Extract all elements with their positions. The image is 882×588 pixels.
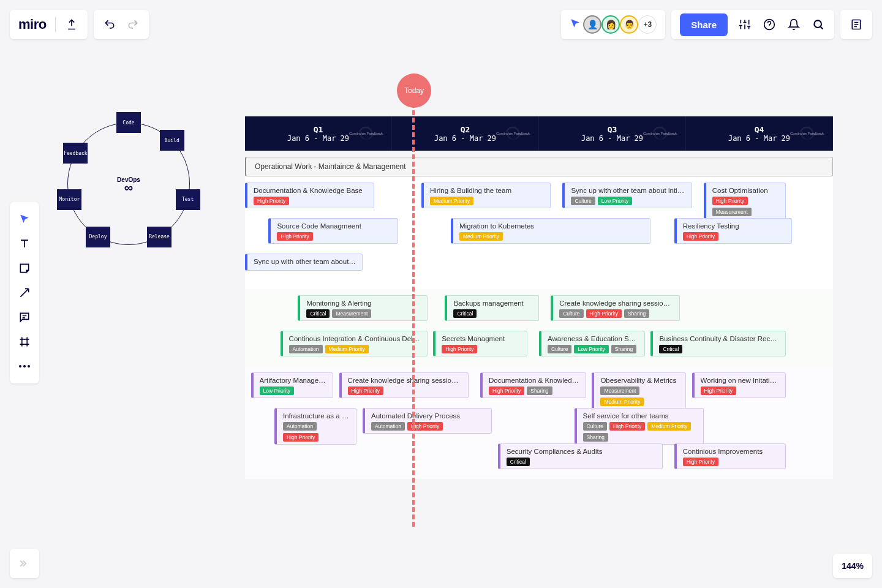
more-tools-icon[interactable] [10,355,39,377]
zoom-level[interactable]: 144% [833,554,872,578]
lane: Artifactory ManagementLow PriorityCreate… [245,366,833,479]
share-button[interactable]: Share [680,13,728,36]
overflow-avatars[interactable]: +3 [638,15,657,34]
quarter-header[interactable]: Q4Jan 6 - Mar 29Continous Feedback [686,116,833,151]
settings-icon[interactable] [737,17,752,32]
comment-tool[interactable] [10,306,39,328]
roadmap-card[interactable]: Cost OptimisationHigh PriorityMeasuremen… [704,183,786,219]
devops-diagram[interactable]: DevOps∞ CodeBuildTestReleaseDeployMonito… [52,107,205,260]
redo-icon[interactable] [126,17,140,32]
svg-point-4 [23,365,26,368]
roadmap-card[interactable]: Backups managementCritical [445,295,539,321]
svg-point-5 [28,365,30,368]
text-tool[interactable] [10,233,39,255]
svg-point-3 [19,365,21,368]
roadmap-card[interactable]: Working on new Initatives & IdeasHigh Pr… [692,372,786,398]
devops-node[interactable]: Code [116,112,141,133]
devops-node[interactable]: Feedback [63,143,88,164]
roadmap-card[interactable]: Documentation & Knowledge BaseHigh Prior… [245,183,374,208]
expand-panel-icon[interactable] [10,549,39,578]
lane: Documentation & Knowledge BaseHigh Prior… [245,176,833,289]
roadmap-card[interactable]: Obeservability & MetricsMeasurementMediu… [592,372,686,409]
sticky-tool[interactable] [10,257,39,279]
devops-center: DevOps∞ [117,176,140,192]
roadmap-card[interactable]: Source Code ManagmeentHigh Priority [268,218,398,244]
quarter-header[interactable]: Q3Jan 6 - Mar 29Continous Feedback [539,116,686,151]
roadmap-board[interactable]: Q1Jan 6 - Mar 29Continous FeedbackQ2Jan … [245,116,833,479]
devops-node[interactable]: Release [147,227,172,247]
bell-icon[interactable] [786,17,801,32]
roadmap-card[interactable]: Secrets ManagmentHigh Priority [433,331,527,356]
roadmap-card[interactable]: Resiliency TestingHigh Priority [674,218,792,244]
roadmap-card[interactable]: Hiring & Building the teamMedium Priorit… [421,183,551,208]
roadmap-card[interactable]: Continious ImprovementsHigh Priority [674,443,786,469]
avatar[interactable]: 👩 [601,15,620,34]
roadmap-card[interactable]: Create knowledge sharing sessions with o… [551,295,680,321]
avatar[interactable]: 👨 [620,15,638,34]
cursor-indicator-icon [570,18,581,31]
notes-icon[interactable] [849,17,864,32]
export-icon[interactable] [64,17,79,32]
quarter-header[interactable]: Q2Jan 6 - Mar 29Continous Feedback [392,116,539,151]
roadmap-card[interactable]: Continous Integration & Continuous Deliv… [281,331,428,356]
roadmap-card[interactable]: Sync up with other team about intiatives… [562,183,692,208]
roadmap-card[interactable]: Documentation & Knowledge BaseHigh Prior… [480,372,586,398]
devops-node[interactable]: Monitor [57,189,81,210]
roadmap-card[interactable]: Automated Delivery ProcessAutomationHigh… [363,408,492,434]
devops-node[interactable]: Test [176,189,200,210]
roadmap-card[interactable]: Create knowledge sharing sessions with o… [339,372,469,398]
devops-node[interactable]: Build [160,130,184,151]
roadmap-card[interactable]: Monitoring & AlertingCriticalMeasurement [298,295,427,321]
today-marker[interactable]: Today [397,74,431,108]
roadmap-card[interactable]: Awareness & Education SesionsCultureLow … [539,331,645,356]
frame-tool[interactable] [10,331,39,353]
roadmap-card[interactable]: Artifactory ManagementLow Priority [251,372,333,398]
roadmap-card[interactable]: Infrastructure as a CodeAutomationHigh P… [274,408,356,445]
left-toolbar [10,202,39,383]
roadmap-card[interactable]: Self service for other teamsCultureHigh … [575,408,704,445]
select-tool[interactable] [10,208,39,230]
undo-icon[interactable] [102,17,117,32]
roadmap-card[interactable]: Security Compliances & AuditsCritical [498,443,663,469]
svg-point-1 [814,20,821,28]
operational-row[interactable]: Operational Work - Maintaince & Manageme… [245,157,833,176]
search-icon[interactable] [811,17,826,32]
roadmap-card[interactable]: Migration to KubernetesMedium Priority [451,218,650,244]
help-icon[interactable] [762,17,777,32]
miro-logo[interactable]: miro [18,17,47,32]
avatar[interactable]: 👤 [583,15,601,34]
roadmap-card[interactable]: Sync up with other team about intiatives [245,254,363,271]
quarter-header[interactable]: Q1Jan 6 - Mar 29Continous Feedback [245,116,392,151]
arrow-tool[interactable] [10,282,39,304]
roadmap-card[interactable]: Business Continuity & Disaster RecoveryC… [650,331,786,356]
devops-node[interactable]: Deploy [86,227,110,247]
lane: Monitoring & AlertingCriticalMeasurement… [245,289,833,366]
